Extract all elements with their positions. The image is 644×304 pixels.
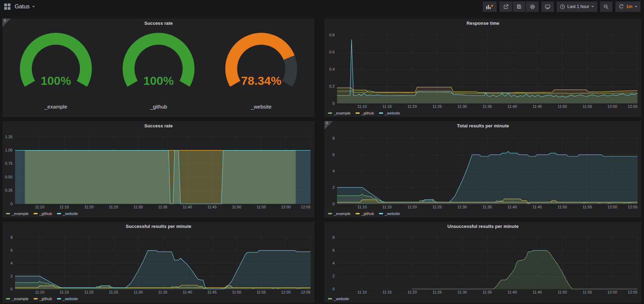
svg-text:0.25: 0.25: [5, 188, 13, 192]
clock-icon: [560, 4, 565, 9]
legend-item[interactable]: _website: [57, 212, 78, 216]
legend-item[interactable]: _website: [57, 297, 78, 301]
svg-text:12:05: 12:05: [301, 205, 310, 209]
svg-text:11:45: 11:45: [207, 290, 217, 294]
panel-total-results: i Total results per minute 0246811:1011:…: [324, 121, 642, 217]
tv-mode-button[interactable]: [541, 1, 554, 12]
gauge-arc: 78.34%: [211, 32, 311, 102]
gauge-label: _github: [150, 104, 167, 110]
svg-text:8: 8: [10, 235, 13, 239]
svg-text:0.4: 0.4: [329, 67, 335, 71]
gauge-example: 100% _example: [5, 32, 107, 110]
legend-swatch: [6, 298, 10, 299]
time-range-button[interactable]: Last 1 hour: [557, 1, 597, 12]
svg-text:11:30: 11:30: [458, 104, 467, 109]
svg-text:11:30: 11:30: [133, 290, 143, 294]
legend-item[interactable]: _example: [328, 212, 351, 216]
legend-label: _github: [39, 212, 52, 216]
svg-text:0.8: 0.8: [329, 33, 335, 37]
legend-item[interactable]: _example: [328, 111, 351, 115]
legend-item[interactable]: _github: [34, 212, 52, 216]
svg-text:1.00: 1.00: [5, 148, 13, 152]
svg-text:11:35: 11:35: [483, 205, 492, 209]
legend-swatch: [356, 213, 360, 214]
chart-legend: _example_github_website: [324, 210, 642, 217]
svg-text:11:25: 11:25: [432, 290, 442, 294]
svg-text:11:30: 11:30: [458, 290, 467, 294]
svg-text:12:00: 12:00: [608, 104, 617, 109]
legend-item[interactable]: _website: [328, 297, 349, 301]
svg-text:2: 2: [10, 274, 13, 278]
dashboard-title: Gatus: [15, 3, 30, 10]
svg-text:11:15: 11:15: [382, 290, 392, 294]
success-rate-chart[interactable]: 00.250.500.751.001.2511:1011:1511:2011:2…: [2, 130, 315, 210]
panel-title[interactable]: Success rate: [2, 18, 315, 28]
legend-item[interactable]: _website: [379, 212, 400, 216]
legend-item[interactable]: _example: [6, 212, 29, 216]
panel-title[interactable]: Success rate: [2, 121, 315, 130]
refresh-interval-label: 1m: [626, 4, 632, 9]
dashboard-title-dropdown[interactable]: Gatus: [15, 3, 35, 10]
svg-text:11:45: 11:45: [207, 205, 217, 209]
legend-label: _website: [334, 297, 349, 301]
svg-text:11:45: 11:45: [533, 104, 542, 109]
svg-text:0.2: 0.2: [329, 84, 335, 88]
svg-text:11:55: 11:55: [583, 104, 592, 109]
svg-text:11:25: 11:25: [432, 205, 442, 209]
svg-text:11:45: 11:45: [533, 205, 542, 209]
svg-text:11:50: 11:50: [232, 290, 241, 294]
svg-text:11:35: 11:35: [158, 205, 168, 209]
svg-text:11:10: 11:10: [357, 290, 367, 294]
save-button[interactable]: [513, 1, 525, 12]
panel-info-icon[interactable]: i: [2, 18, 11, 27]
zoom-out-button[interactable]: [600, 1, 613, 12]
legend-swatch: [34, 213, 38, 214]
successful-results-chart[interactable]: 0246811:1011:1511:2011:2511:3011:3511:40…: [2, 231, 315, 295]
dashboards-grid-icon[interactable]: [4, 3, 10, 10]
svg-text:0: 0: [10, 287, 13, 291]
response-time-chart[interactable]: 00.20.40.60.811:1011:1511:2011:2511:3011…: [324, 28, 642, 109]
svg-text:8: 8: [332, 136, 335, 140]
svg-text:11:40: 11:40: [183, 290, 192, 294]
gauge-value: 100%: [144, 74, 174, 87]
legend-label: _github: [361, 111, 374, 115]
svg-text:11:55: 11:55: [257, 205, 266, 209]
svg-text:11:55: 11:55: [257, 290, 266, 294]
panel-title[interactable]: Successful results per minute: [2, 222, 315, 231]
legend-item[interactable]: _website: [379, 111, 400, 115]
legend-item[interactable]: _github: [356, 111, 374, 115]
legend-swatch: [379, 112, 383, 114]
panel-title[interactable]: Unsuccessful results per minute: [324, 222, 642, 231]
svg-text:11:15: 11:15: [60, 290, 69, 294]
svg-text:11:50: 11:50: [232, 205, 241, 209]
legend-label: _website: [63, 212, 78, 216]
unsuccessful-results-chart[interactable]: 0246811:1011:1511:2011:2511:3011:3511:40…: [324, 231, 642, 295]
panel-info-icon[interactable]: i: [324, 121, 333, 129]
gauge-github: 100% _github: [107, 32, 210, 110]
gauge-value: 78.34%: [241, 74, 281, 87]
svg-text:1.25: 1.25: [5, 135, 13, 139]
panel-title[interactable]: Total results per minute: [324, 121, 642, 130]
refresh-button[interactable]: 1m: [615, 1, 641, 12]
legend-item[interactable]: _github: [34, 297, 52, 301]
gauge-arc: 100%: [6, 32, 106, 102]
legend-swatch: [328, 298, 332, 299]
svg-text:12:05: 12:05: [628, 104, 637, 109]
time-range-label: Last 1 hour: [567, 4, 589, 9]
settings-button[interactable]: [526, 1, 539, 12]
panel-success-rate-gauges: i Success rate 100% _example 100% _githu…: [2, 18, 315, 117]
share-icon: [503, 4, 509, 10]
total-results-chart[interactable]: 0246811:1011:1511:2011:2511:3011:3511:40…: [324, 130, 642, 210]
gauge-label: _example: [44, 104, 67, 110]
panel-title[interactable]: Response time: [324, 18, 642, 28]
svg-text:11:25: 11:25: [109, 290, 118, 294]
legend-label: _example: [334, 111, 351, 115]
legend-label: _github: [361, 212, 374, 216]
add-panel-button[interactable]: [483, 1, 497, 12]
legend-item[interactable]: _github: [356, 212, 374, 216]
add-panel-icon: [486, 4, 493, 9]
svg-text:11:55: 11:55: [583, 205, 592, 209]
legend-item[interactable]: _example: [6, 297, 29, 301]
panel-successful-results: Successful results per minute 0246811:10…: [2, 222, 315, 303]
share-button[interactable]: [499, 1, 512, 12]
